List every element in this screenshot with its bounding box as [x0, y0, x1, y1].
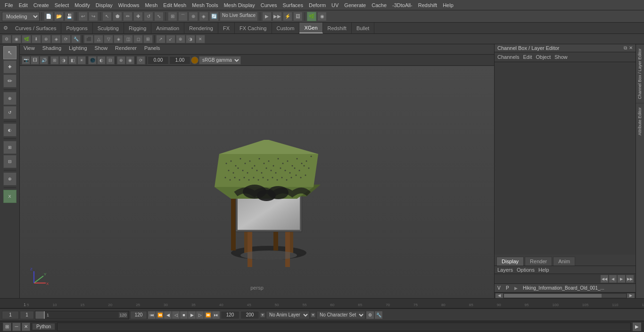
menu-generate[interactable]: Generate	[341, 1, 369, 9]
display-render-icon[interactable]: 🖼	[293, 12, 303, 21]
lasso-tool-icon[interactable]: ⬟	[113, 12, 122, 21]
vp-extra-icon[interactable]: ⟳	[137, 56, 145, 65]
extra-btn-2[interactable]: 🔧	[375, 311, 382, 319]
tab-curves-surfaces[interactable]: Curves / Surfaces	[10, 23, 61, 33]
vp-value2-input[interactable]	[169, 56, 190, 65]
manipulator-button[interactable]: ⊕	[3, 92, 17, 105]
anim-tab[interactable]: Anim	[553, 257, 575, 266]
snap-point-icon[interactable]: ⊕	[189, 12, 198, 21]
move-tool-button[interactable]: ✚	[3, 60, 17, 73]
it-icon-6[interactable]: ◈	[51, 35, 61, 43]
layers-scrollbar[interactable]: ◀ ▶	[495, 292, 636, 298]
snap-grid-icon[interactable]: ⊞	[168, 12, 177, 21]
render-tab[interactable]: Render	[525, 257, 552, 266]
redo-icon[interactable]: ↪	[89, 12, 98, 21]
vp-color-icon[interactable]	[191, 57, 198, 64]
edit-menu[interactable]: Edit	[523, 54, 532, 60]
viewport-3d-content[interactable]: persp Y X Z	[20, 66, 494, 298]
paint-tool-button[interactable]: ✏	[3, 74, 17, 88]
xgen-logo-button[interactable]: X	[3, 190, 17, 203]
select-tool-button[interactable]: ↖	[3, 46, 17, 59]
options-menu[interactable]: Options	[517, 267, 535, 273]
char-set-arrow[interactable]: ▼	[311, 313, 315, 317]
menu-deform[interactable]: Deform	[306, 1, 329, 9]
vp-menu-shading[interactable]: Shading	[39, 44, 65, 54]
show-menu[interactable]: Show	[554, 54, 568, 60]
it-icon-18[interactable]: ⊕	[176, 35, 185, 43]
current-frame-input[interactable]	[2, 311, 19, 319]
rp-close-icon[interactable]: ✕	[629, 45, 633, 51]
menu-edit[interactable]: Edit	[16, 1, 31, 9]
display-tab[interactable]: Display	[496, 257, 524, 266]
ipr-icon[interactable]: ⚡	[283, 12, 292, 21]
rotate-icon[interactable]: ↺	[144, 12, 153, 21]
scroll-track[interactable]	[504, 294, 626, 298]
playback-prev-frame-button[interactable]: ◀	[164, 311, 172, 319]
menu-select[interactable]: Select	[52, 1, 72, 9]
timeline[interactable]: 1 5 10 15 20 25 30 35 40 45 50 55 60 65 …	[0, 298, 644, 308]
it-icon-14[interactable]: ◻	[133, 35, 143, 43]
attribute-editor-tab[interactable]: Attribute Editor	[636, 103, 644, 139]
vp-menu-show[interactable]: Show	[91, 44, 112, 54]
playback-step-back-button[interactable]: ⏪	[156, 311, 164, 319]
render-seq-icon[interactable]: ▶▶	[272, 12, 282, 21]
object-menu[interactable]: Object	[536, 54, 551, 60]
mw-min-button[interactable]: ─	[12, 323, 21, 331]
workspace-dropdown[interactable]: Modeling	[2, 12, 40, 21]
vp-ao-icon[interactable]: ◐	[97, 56, 106, 65]
layers-menu[interactable]: Layers	[497, 267, 513, 273]
menu-surfaces[interactable]: Surfaces	[280, 1, 306, 9]
tab-bullet[interactable]: Bullet	[352, 23, 375, 33]
extra-icon[interactable]: ◉	[317, 12, 327, 21]
vp-light-icon[interactable]: ☀	[77, 56, 86, 65]
anim-layer-dropdown[interactable]: No Anim Layer	[266, 311, 310, 319]
python-input[interactable]	[57, 323, 631, 331]
menu-help[interactable]: Help	[440, 1, 456, 9]
it-icon-9[interactable]: ⬛	[84, 35, 93, 43]
channel-box-tab[interactable]: Channel Box / Layer Editor	[636, 44, 644, 103]
select-tool-icon[interactable]: ↖	[102, 12, 112, 21]
it-icon-20[interactable]: ✕	[196, 35, 205, 43]
tab-sculpting[interactable]: Sculpting	[93, 23, 124, 33]
tab-animation[interactable]: Animation	[151, 23, 184, 33]
vp-film-icon[interactable]: 🎞	[31, 56, 39, 65]
menu-redshift[interactable]: Redshift	[415, 1, 440, 9]
tab-rigging[interactable]: Rigging	[124, 23, 151, 33]
menu-curves[interactable]: Curves	[258, 1, 280, 9]
vp-isolate-icon[interactable]: ◉	[126, 56, 134, 65]
menu-modify[interactable]: Modify	[72, 1, 92, 9]
render-icon[interactable]: ▶	[262, 12, 272, 21]
it-icon-15[interactable]: ⊞	[143, 35, 153, 43]
rem-div-button[interactable]: ⊟	[3, 155, 17, 168]
tab-custom[interactable]: Custom	[272, 23, 300, 33]
xgen-icon[interactable]: 🌿	[307, 12, 316, 21]
it-icon-19[interactable]: ◑	[186, 35, 195, 43]
vp-grid-icon[interactable]: ⊟	[106, 56, 115, 65]
layer-row-1[interactable]: V P ▶ Hiking_Information_Board_Old_001_.…	[495, 284, 636, 292]
layer-nav-1[interactable]: ◀◀	[601, 275, 608, 283]
playback-end-button[interactable]: ⏭	[212, 311, 220, 319]
playback-step-fwd-button[interactable]: ⏩	[204, 311, 212, 319]
tab-polygons[interactable]: Polygons	[61, 23, 92, 33]
new-scene-icon[interactable]: 📄	[44, 12, 53, 21]
channels-menu[interactable]: Channels	[497, 54, 519, 60]
vp-menu-lighting[interactable]: Lighting	[65, 44, 91, 54]
it-icon-12[interactable]: ◈	[114, 35, 123, 43]
playback-play-button[interactable]: ▶	[188, 311, 196, 319]
it-icon-8[interactable]: 🔧	[71, 35, 81, 43]
vp-shaded-icon[interactable]: ◑	[59, 56, 68, 65]
it-icon-11[interactable]: ▽	[104, 35, 113, 43]
layer-nav-2[interactable]: ◀	[609, 275, 617, 283]
vp-texture-icon[interactable]: ◧	[68, 56, 77, 65]
vp-menu-panels[interactable]: Panels	[140, 44, 164, 54]
mw-close-button[interactable]: ✕	[22, 323, 30, 331]
python-run-button[interactable]: ▶	[633, 323, 641, 331]
it-icon-7[interactable]: ⟳	[61, 35, 71, 43]
vp-audio-icon[interactable]: 🔊	[40, 56, 48, 65]
menu-mesh-display[interactable]: Mesh Display	[221, 1, 258, 9]
paint-tool-icon[interactable]: ✏	[123, 12, 132, 21]
vp-menu-view[interactable]: View	[20, 44, 39, 54]
menu-uv[interactable]: UV	[329, 1, 341, 9]
vp-shadow-icon[interactable]: 🌑	[88, 56, 97, 65]
playback-stop-button[interactable]: ■	[180, 311, 188, 319]
